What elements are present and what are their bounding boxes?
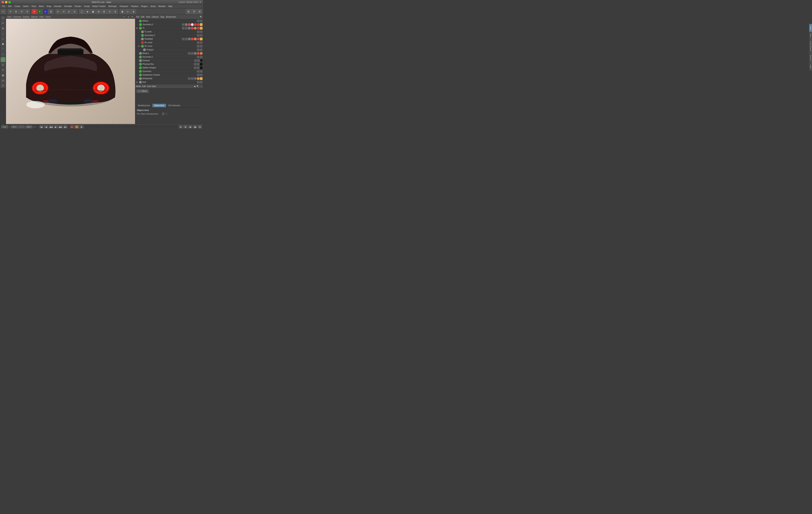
obj-row-splitter-thingies[interactable]: Splitter thingies ✓ ✓ [135, 66, 203, 70]
obj-row-wheel[interactable]: Wheel ✓ ✓ [135, 19, 203, 23]
attr-mode[interactable]: Mode [136, 85, 141, 87]
light-tool[interactable]: ☀ [1, 67, 5, 73]
viewport-panel[interactable]: Panel [46, 16, 51, 18]
view-btn2[interactable]: ☰ [192, 9, 197, 14]
viewport-filter[interactable]: Filter [39, 16, 44, 18]
menu-pipeline[interactable]: Pipeline [130, 5, 140, 8]
anim-btn2[interactable]: ⊲ [61, 9, 66, 14]
snap-btn1[interactable]: ◉ [120, 9, 125, 14]
obj-row-headlight[interactable]: Headlight ✓ ✓ ⊠ ▲ [135, 37, 203, 41]
close-button[interactable] [2, 1, 4, 3]
tab-soft-selection[interactable]: Soft Selection [167, 104, 182, 107]
render2-btn[interactable]: ◈ [131, 9, 136, 14]
menu-tools[interactable]: Tools [30, 5, 37, 8]
mode-btn6[interactable]: ⊙ [107, 9, 112, 14]
hair-tool[interactable]: S [1, 62, 5, 67]
menu-character[interactable]: Character [118, 5, 129, 8]
layout-selector[interactable]: Layout: Startup (User) ▼ [179, 1, 201, 3]
transport-extra1[interactable]: ⊕ [179, 125, 183, 128]
obj-mgr-tags[interactable]: Tags [160, 16, 165, 18]
transform-tool[interactable]: ✛ [25, 9, 30, 14]
menu-motiontracker[interactable]: Motion Tracker [91, 5, 107, 8]
menu-script[interactable]: Script [149, 5, 157, 8]
menu-create[interactable]: Create [13, 5, 21, 8]
obj-row-hlcover-red[interactable]: HL cover ✓ ✓ [135, 41, 203, 45]
layout-arrow[interactable]: ▼ [199, 1, 201, 3]
obj-row-tlcover[interactable]: TLcover ✓ ✓ [135, 30, 203, 34]
obj-row-physicalsky[interactable]: Physical Sky ✓ ✓ [135, 62, 203, 66]
menu-animate[interactable]: Animate [53, 5, 62, 8]
obj-row-symmetry2[interactable]: Symmetry.2 ✓ ✓ [135, 34, 203, 37]
camera-tool[interactable]: ▣ [1, 73, 5, 78]
attr-search[interactable]: 🔍 [197, 85, 199, 87]
transport-extra2[interactable]: ⊞ [183, 125, 187, 128]
move-button[interactable]: + + Move [137, 89, 149, 93]
obj-mgr-view[interactable]: View [146, 16, 150, 18]
menu-help[interactable]: Help [167, 5, 174, 8]
timeline-track[interactable]: 5 10 15 20 25 30 35 40 45 50 55 60 65 70… [6, 124, 203, 125]
curve-tool[interactable]: ∫ [1, 36, 5, 41]
obj-row-polygon[interactable]: Polygon ✓ ✓ [135, 48, 203, 52]
viewport-view[interactable]: View [7, 16, 11, 18]
minimize-button[interactable] [5, 1, 7, 3]
viewport-move-btn[interactable]: ⊕ [123, 15, 126, 19]
play-btn[interactable]: ▶ [54, 125, 58, 128]
obj-row-windshield[interactable]: Windshield ✓ ✓ ⊠ ▲ [135, 77, 203, 80]
viewport[interactable]: View Cameras Display Options Filter Pane… [6, 15, 135, 124]
start-frame-input[interactable] [11, 126, 18, 128]
menu-snap[interactable]: Snap [46, 5, 52, 8]
viewport-options[interactable]: Options [31, 16, 38, 18]
key-btn[interactable]: ◈ [80, 125, 84, 128]
auto-key-btn[interactable]: ⊕ [75, 125, 79, 128]
menu-simulate[interactable]: Simulate [63, 5, 73, 8]
obj-row-symmetry3[interactable]: Symmetry.3 ✓ ⊠ ▲ [135, 23, 203, 26]
model-tool[interactable]: ⬡ [1, 16, 5, 20]
deform-tool[interactable]: ⌇ [1, 52, 5, 57]
menu-sculpt[interactable]: Sculpt [83, 5, 91, 8]
menu-select[interactable]: Select [22, 5, 30, 8]
undo-button[interactable]: ↩ [1, 9, 6, 14]
obj-row-tl[interactable]: ▶ TL ✓ ✓ ⊠ ▲ [135, 26, 203, 30]
view-btn1[interactable]: ⊞ [186, 9, 191, 14]
go-end-btn[interactable]: ▶| [63, 125, 67, 128]
viewport-cameras[interactable]: Cameras [13, 16, 21, 18]
obj-row-boole1[interactable]: Boole.1 ✓ ✓ ⊠ [135, 52, 203, 55]
transport-extra3[interactable]: ◉ [188, 125, 192, 128]
scale-tool[interactable]: ⊕ [13, 9, 19, 14]
attr-collapse[interactable]: ◀ [194, 85, 195, 87]
obj-mgr-file[interactable]: File [136, 16, 139, 18]
menu-plugins[interactable]: Plugins [140, 5, 149, 8]
per-object-checkbox[interactable] [162, 113, 165, 115]
current-frame-input[interactable] [1, 126, 8, 128]
grid-tool[interactable]: ⊞ [1, 26, 5, 31]
menu-render[interactable]: Render [74, 5, 83, 8]
anim-btn3[interactable]: ⊳ [66, 9, 72, 14]
transport-extra4[interactable]: ▣ [193, 125, 197, 128]
menu-file[interactable]: File [1, 5, 6, 8]
attr-userdata[interactable]: User Data [147, 85, 156, 87]
attr-more[interactable]: ⋮ [200, 85, 202, 87]
timeline-ruler[interactable]: 0 F 5 10 15 20 25 30 35 40 45 50 55 60 6… [0, 124, 203, 125]
poly-tool[interactable]: ⬟ [1, 42, 5, 46]
obj-mgr-edit[interactable]: Edit [141, 16, 144, 18]
menu-window[interactable]: Window [157, 5, 167, 8]
sculpt-move-tool[interactable]: ↔ [1, 57, 5, 62]
menu-mograph[interactable]: MoGraph [107, 5, 118, 8]
obj-mgr-objects[interactable]: Objects [152, 16, 158, 18]
y-axis-button[interactable]: Y [37, 9, 42, 14]
maximize-button[interactable] [8, 1, 11, 3]
obj-row-null[interactable]: ▶ Null ✓ ✓ [135, 80, 203, 84]
mode-btn1[interactable]: ◯ [79, 9, 84, 14]
record-btn[interactable]: ● [70, 125, 74, 128]
select-tool[interactable]: ↕ [1, 31, 5, 36]
mode-btn4[interactable]: ⊕ [96, 9, 101, 14]
tab-object-axis[interactable]: Object Axis [152, 104, 166, 107]
window-controls[interactable] [2, 1, 11, 3]
viewport-display[interactable]: Display [23, 16, 29, 18]
end-frame-input[interactable] [25, 126, 32, 128]
next-frame-btn[interactable]: ▶▶ [59, 125, 62, 128]
view-btn3[interactable]: ⚙ [197, 9, 202, 14]
z-axis-button[interactable]: Z [43, 9, 48, 14]
prev-frame-btn[interactable]: ◀ [44, 125, 48, 128]
mode-btn7[interactable]: ⊚ [113, 9, 118, 14]
